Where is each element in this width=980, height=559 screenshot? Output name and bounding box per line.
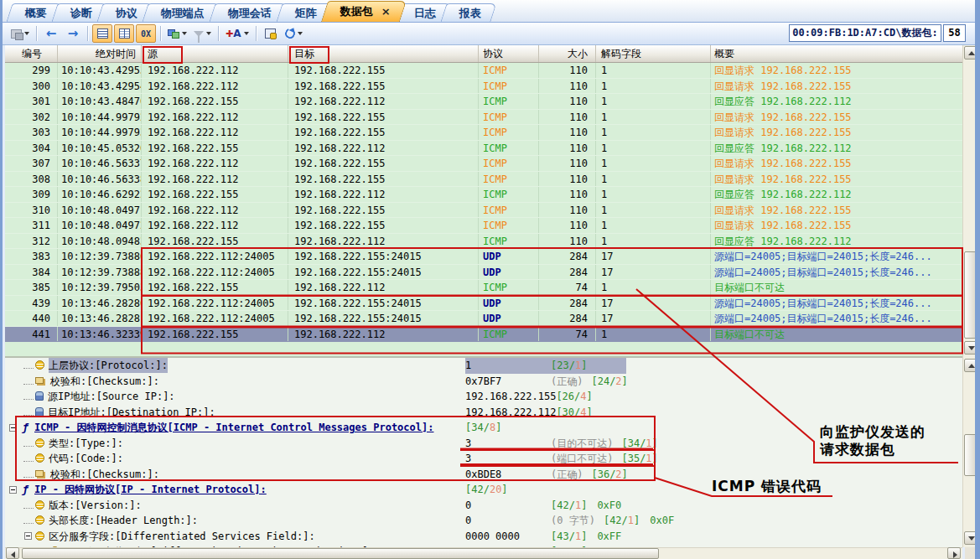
forward-button[interactable]: →	[63, 24, 83, 43]
tab-close-icon[interactable]: ×	[381, 5, 391, 18]
decode-field-row[interactable]: 校验和:[Checksum:]:0x7BF7(正确)[24/2]	[5, 374, 962, 390]
cell-proto: UDP	[479, 311, 539, 326]
cell-time: 10:10:45.053201	[58, 141, 142, 156]
dropdown-caret-icon[interactable]	[244, 32, 249, 35]
decode-offset-length: [36/2]	[591, 468, 627, 480]
decode-field-row[interactable]: 校验和:[Checksum:]:0xBDE8(正确)[36/2]	[5, 467, 962, 483]
cell-src: 192.168.222.112	[142, 63, 288, 78]
field-icon	[35, 360, 44, 370]
window-right-border	[975, 0, 980, 559]
dropdown-caret-icon[interactable]	[298, 32, 303, 35]
decode-field-row[interactable]: 头部长度:[Header Length:]:0(0 字节)[42/1]0x0F	[5, 513, 962, 529]
cell-size: 110	[539, 234, 596, 249]
decode-header-row[interactable]: ƒIP - 因特网协议[IP - Internet Protocol]:[42/…	[5, 482, 962, 498]
cell-size: 110	[539, 110, 596, 125]
cell-no: 309	[5, 187, 58, 202]
tree-connector	[23, 439, 34, 447]
packet-row-312[interactable]: 31210:10:48.094837192.168.222.155192.168…	[5, 234, 962, 250]
refresh-button[interactable]	[283, 24, 305, 43]
decode-offset-length: [23/1]	[551, 360, 587, 371]
decode-field-value: 192.168.222.112	[465, 405, 556, 420]
cell-time: 10:10:48.049729	[58, 218, 142, 233]
packet-row-385[interactable]: 38510:12:39.795035192.168.222.155192.168…	[5, 280, 962, 296]
cell-time: 10:10:43.484706	[58, 94, 142, 109]
column-header-目标[interactable]: 目标	[288, 45, 479, 62]
cell-time: 10:10:43.429531	[58, 63, 142, 78]
cell-time: 10:12:39.738883	[58, 265, 142, 280]
column-header-编号[interactable]: 编号	[5, 45, 58, 62]
column-header-解码字段[interactable]: 解码字段	[596, 45, 711, 62]
view-list-icon	[97, 28, 108, 39]
dropdown-caret-icon[interactable]	[24, 32, 29, 35]
column-header-大小[interactable]: 大小	[539, 45, 596, 62]
lock-grid-button[interactable]	[261, 24, 281, 43]
send-packet-button[interactable]	[165, 24, 189, 43]
column-header-概要[interactable]: 概要	[711, 45, 962, 62]
filter-button[interactable]	[191, 24, 214, 43]
decode-field-value-block: 0xBDE8(正确)[36/2]	[465, 467, 638, 483]
decode-field-row[interactable]: 区分服务字段:[Differentiated Services Field:]:…	[5, 529, 962, 545]
tab-物理会话[interactable]: 物理会话	[209, 3, 287, 22]
column-header-绝对时间[interactable]: 绝对时间	[58, 45, 142, 62]
decode-field-row[interactable]: 目标IP地址:[Destination IP:]:192.168.222.112…	[5, 405, 962, 421]
view-detail-button[interactable]	[114, 24, 134, 43]
packet-row-304[interactable]: 30410:10:45.053201192.168.222.155192.168…	[5, 141, 962, 157]
packet-row-384[interactable]: 38410:12:39.738883192.168.222.112:240051…	[5, 265, 962, 281]
tab-数据包[interactable]: 数据包×	[321, 1, 407, 22]
column-header-协议[interactable]: 协议	[479, 45, 539, 62]
cell-src: 192.168.222.112:24005	[142, 296, 288, 311]
packet-row-307[interactable]: 30710:10:46.563372192.168.222.112192.168…	[5, 156, 962, 172]
cell-sum: 源端口=24005;目标端口=24015;长度=246...	[711, 296, 962, 311]
packet-row-302[interactable]: 30210:10:44.997924192.168.222.112192.168…	[5, 110, 962, 126]
tab-物理端点[interactable]: 物理端点	[142, 3, 220, 22]
packet-row-439[interactable]: 43910:13:46.282803192.168.222.112:240051…	[5, 296, 962, 312]
packet-row-309[interactable]: 30910:10:46.629224192.168.222.155192.168…	[5, 187, 962, 203]
tab-报表[interactable]: 报表	[440, 3, 496, 22]
cell-sum: 回显应答 192.168.222.112	[711, 234, 962, 249]
decode-horizontal-scrollbar[interactable]	[5, 547, 962, 559]
cell-sum: 回显请求 192.168.222.155	[711, 156, 962, 171]
cell-src: 192.168.222.112	[142, 203, 288, 218]
view-hex-button[interactable]: 0X	[136, 24, 156, 43]
forward-icon: →	[68, 28, 79, 40]
decode-scroll-right-button[interactable]	[947, 547, 961, 559]
packet-row-441[interactable]: 44110:13:46.323399192.168.222.155192.168…	[5, 327, 962, 343]
tree-connector	[23, 361, 34, 369]
decode-field-label: 目标IP地址:[Destination IP:]:	[48, 405, 215, 420]
save-report-icon	[11, 29, 22, 39]
decode-hscroll-thumb[interactable]	[22, 548, 659, 559]
packet-row-308[interactable]: 30810:10:46.563386192.168.222.112192.168…	[5, 172, 962, 188]
save-report-button[interactable]	[8, 24, 32, 43]
decode-field-row[interactable]: 源IP地址:[Source IP:]:192.168.222.155[26/4]	[5, 389, 962, 405]
column-header-源[interactable]: 源	[142, 45, 288, 62]
highlight-font-button[interactable]: ✚A	[223, 24, 251, 43]
decode-field-row[interactable]: 代码:[Code:]:3(端口不可达)[35/1]	[5, 451, 962, 467]
cell-no: 439	[5, 296, 58, 311]
cell-sum: 回显应答 192.168.222.112	[711, 187, 962, 202]
dropdown-caret-icon[interactable]	[206, 32, 211, 35]
collapse-minus-icon[interactable]	[9, 424, 17, 432]
packet-row-310[interactable]: 31010:10:48.049717192.168.222.112192.168…	[5, 203, 962, 219]
decode-scroll-left-button[interactable]	[6, 547, 19, 559]
packet-row-303[interactable]: 30310:10:44.997936192.168.222.112192.168…	[5, 125, 962, 141]
cell-time: 10:10:44.997936	[58, 125, 142, 140]
decode-field-row[interactable]: 上层协议:[Protocol:]:1[23/1]	[5, 358, 962, 374]
view-list-button[interactable]	[92, 24, 112, 43]
dropdown-caret-icon[interactable]	[182, 32, 187, 35]
back-button[interactable]: ←	[41, 24, 61, 43]
collapse-minus-icon[interactable]	[24, 532, 32, 540]
decode-header-row[interactable]: ƒICMP - 因特网控制消息协议[ICMP - Internet Contro…	[5, 420, 962, 436]
packet-row-301[interactable]: 30110:10:43.484706192.168.222.155192.168…	[5, 94, 962, 110]
decode-offset-length: [24/2]	[591, 375, 627, 387]
cell-dst: 192.168.222.112	[288, 141, 479, 156]
decode-field-row[interactable]: 类型:[Type:]:3(目的不可达)[34/1]	[5, 436, 962, 452]
cell-sum: 回显应答 192.168.222.112	[711, 94, 962, 109]
packet-row-300[interactable]: 30010:10:43.429547192.168.222.112192.168…	[5, 79, 962, 95]
packet-row-299[interactable]: 29910:10:43.429531192.168.222.112192.168…	[5, 63, 962, 79]
packet-row-440[interactable]: 44010:13:46.282816192.168.222.112:240051…	[5, 311, 962, 327]
cell-proto: ICMP	[479, 218, 539, 233]
packet-row-311[interactable]: 31110:10:48.049729192.168.222.112192.168…	[5, 218, 962, 234]
packet-row-383[interactable]: 38310:12:39.738869192.168.222.112:240051…	[5, 249, 962, 265]
collapse-minus-icon[interactable]	[9, 486, 17, 494]
decode-field-row[interactable]: 版本:[Version:]:0[42/1]0xF0	[5, 498, 962, 514]
